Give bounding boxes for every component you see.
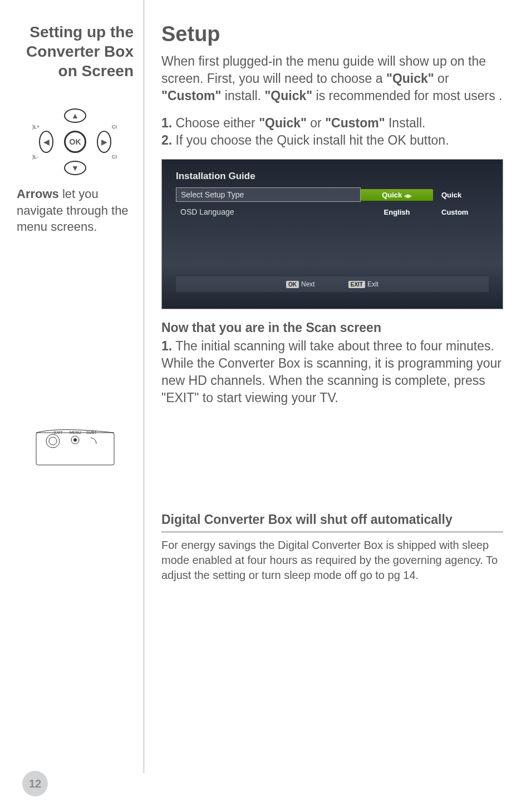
step-2: 2. If you choose the Quick install hit t… — [161, 132, 503, 149]
ss-next-text: Next — [301, 280, 315, 288]
shutoff-heading: Digital Converter Box will shut off auto… — [161, 512, 503, 527]
svg-point-4 — [73, 438, 77, 442]
page-number: 12 — [22, 771, 48, 796]
shutoff-divider — [161, 532, 503, 532]
arrow-down-icon: ▼ — [64, 161, 86, 175]
ok-badge-icon: OK — [286, 281, 299, 288]
ss-footer-exit: EXITExit — [348, 280, 378, 288]
ss-exit-text: Exit — [367, 280, 378, 288]
intro-custom: "Custom" — [161, 88, 221, 103]
exit-badge-icon: EXIT — [348, 281, 365, 288]
edge-label-bottom-right: CI — [112, 154, 117, 160]
ss-quick-value: Quick — [382, 191, 402, 199]
scan-num: 1. — [161, 339, 172, 353]
main-heading: Setup — [161, 22, 503, 46]
shutoff-text: For energy savings the Digital Converter… — [161, 538, 503, 583]
intro-mid: install. — [221, 88, 264, 103]
scan-paragraph: 1. The initial scanning will take about … — [161, 338, 503, 407]
intro-or: or — [434, 71, 449, 86]
arrow-up-icon: ▲ — [64, 108, 86, 123]
ok-button-icon: OK — [64, 131, 86, 153]
step1-end: Install. — [385, 116, 426, 130]
step2-text: If you choose the Quick install hit the … — [172, 133, 449, 147]
scan-heading: Now that you are in the Scan screen — [161, 320, 503, 335]
ss-row-setup-type-value: Quick ◀▶ — [361, 189, 433, 201]
edge-label-top-left: )L+ — [32, 124, 40, 130]
arrows-caption: Arrows let you navigate through the menu… — [17, 186, 134, 235]
ss-footer: OKNext EXITExit — [176, 276, 489, 292]
step1-or: or — [307, 116, 325, 130]
ss-row-setup-type-label: Select Setup Type — [176, 187, 361, 202]
intro-quick-1: "Quick" — [386, 71, 434, 86]
edge-label-bottom-left: )L- — [32, 154, 38, 160]
ss-side-custom: Custom — [433, 208, 489, 216]
box-label-exit: EXIT — [54, 430, 63, 434]
arrow-pad-diagram: )L+ )L- CI CI ▲ ▼ ◀ ▶ OK — [17, 108, 134, 177]
left-right-arrows-icon: ◀▶ — [404, 193, 412, 199]
step1-quick: "Quick" — [259, 116, 307, 130]
box-label-subt: SUBT — [86, 430, 97, 434]
step-1: 1. Choose either "Quick" or "Custom" Ins… — [161, 115, 503, 132]
ss-footer-next: OKNext — [286, 280, 315, 288]
ss-title: Installation Guide — [176, 171, 489, 182]
box-label-menu: MENU — [70, 430, 81, 434]
arrow-right-icon: ▶ — [97, 131, 111, 153]
ss-row-language-label: OSD Language — [176, 205, 361, 219]
intro-quick-2: "Quick" — [264, 88, 312, 103]
left-heading: Setting up the Converter Box on Screen — [17, 22, 134, 81]
intro-paragraph: When first plugged-in the menu guide wil… — [161, 53, 503, 105]
ss-side-quick: Quick — [433, 191, 489, 199]
scan-text: The initial scanning will take about thr… — [161, 339, 502, 405]
step1-num: 1. — [161, 116, 172, 130]
edge-label-top-right: CI — [112, 124, 117, 130]
ss-row-language-value: English — [361, 206, 433, 218]
step1-a: Choose either — [172, 116, 259, 130]
step2-num: 2. — [161, 133, 172, 147]
arrow-left-icon: ◀ — [39, 131, 53, 153]
arrows-caption-bold: Arrows — [17, 187, 59, 201]
step1-custom: "Custom" — [325, 116, 385, 130]
converter-box-diagram: EXIT MENU SUBT — [17, 419, 134, 477]
installation-guide-screenshot: Installation Guide Select Setup Type Qui… — [161, 159, 503, 309]
intro-end: is recommended for most users . — [312, 88, 502, 103]
svg-rect-0 — [36, 433, 114, 465]
